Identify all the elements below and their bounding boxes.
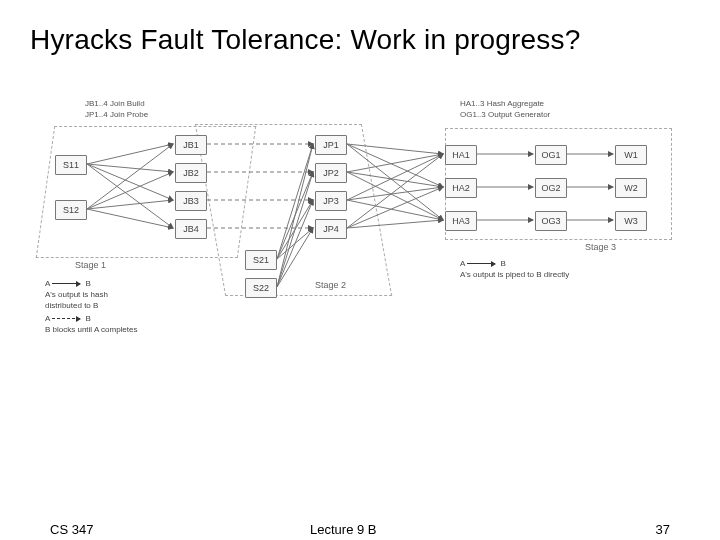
legend-Br: B [500, 259, 505, 268]
legend-A2: A [45, 314, 50, 323]
legend-left: A B A's output is hash distributed to B … [45, 278, 225, 335]
diagram: JB1..4 Join BuildJP1..4 Join Probe HA1..… [45, 100, 675, 345]
node-W3: W3 [615, 211, 647, 231]
page-title: Hyracks Fault Tolerance: Work in progres… [30, 24, 580, 56]
node-S11: S11 [55, 155, 87, 175]
footer-mid: Lecture 9 B [310, 522, 377, 537]
legend-hash-text1: A's output is hash [45, 289, 225, 300]
node-JB2: JB2 [175, 163, 207, 183]
arrow-dashed-icon [52, 318, 80, 319]
node-JB3: JB3 [175, 191, 207, 211]
legend-piped-text: A's output is piped to B directly [460, 269, 670, 280]
stage2-box [195, 124, 392, 296]
node-JP4: JP4 [315, 219, 347, 239]
node-HA3: HA3 [445, 211, 477, 231]
node-JP3: JP3 [315, 191, 347, 211]
footer-right: 37 [656, 522, 670, 537]
node-JP1: JP1 [315, 135, 347, 155]
label-jb-jp: JB1..4 Join BuildJP1..4 Join Probe [85, 98, 148, 120]
legend-B2: B [85, 314, 90, 323]
legend-right: A B A's output is piped to B directly [460, 258, 670, 280]
arrow-solid-icon [467, 263, 495, 264]
node-HA2: HA2 [445, 178, 477, 198]
node-HA1: HA1 [445, 145, 477, 165]
legend-block-text: B blocks until A completes [45, 324, 225, 335]
node-S12: S12 [55, 200, 87, 220]
node-JP2: JP2 [315, 163, 347, 183]
legend-hash-text2: distributed to B [45, 300, 225, 311]
legend-B1: B [85, 279, 90, 288]
node-OG1: OG1 [535, 145, 567, 165]
node-JB1: JB1 [175, 135, 207, 155]
node-OG3: OG3 [535, 211, 567, 231]
stage2-label: Stage 2 [315, 280, 346, 290]
node-W1: W1 [615, 145, 647, 165]
legend-Ar: A [460, 259, 465, 268]
node-W2: W2 [615, 178, 647, 198]
legend-A1: A [45, 279, 50, 288]
node-S21: S21 [245, 250, 277, 270]
node-S22: S22 [245, 278, 277, 298]
stage3-label: Stage 3 [585, 242, 616, 252]
footer-left: CS 347 [50, 522, 93, 537]
arrow-solid-icon [52, 283, 80, 284]
stage1-label: Stage 1 [75, 260, 106, 270]
node-OG2: OG2 [535, 178, 567, 198]
node-JB4: JB4 [175, 219, 207, 239]
label-ha-og: HA1..3 Hash AggregateOG1..3 Output Gener… [460, 98, 550, 120]
